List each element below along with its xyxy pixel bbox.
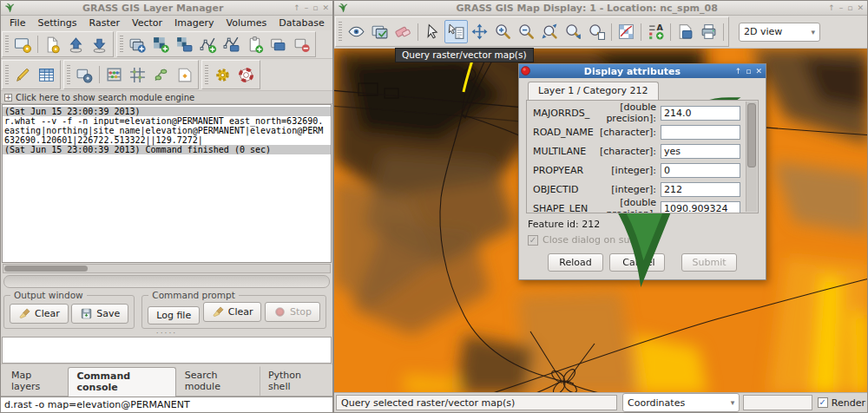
layer-category-tab[interactable]: Layer 1 / Category 212 [528, 82, 659, 101]
statusbar-mode-dropdown[interactable]: Coordinates ▾ [622, 393, 740, 412]
map-display-toolbar: A2D view▾ [334, 16, 867, 49]
field-value-input[interactable] [661, 106, 740, 121]
command-prompt-area[interactable] [2, 337, 332, 364]
add-multiple-layers-button[interactable] [126, 33, 149, 56]
zoom-extent-button[interactable] [538, 20, 562, 43]
save-workspace-button[interactable] [88, 33, 111, 56]
toolbar-grip[interactable] [5, 65, 9, 84]
menu-imagery[interactable]: Imagery [168, 16, 220, 30]
settings-button[interactable] [211, 63, 234, 87]
log-file-button[interactable]: Log file [148, 306, 200, 324]
add-vector-layer-button[interactable] [196, 33, 220, 56]
dialog-vertical-scrollbar[interactable] [746, 102, 757, 212]
query-button[interactable] [444, 20, 468, 43]
help-button[interactable] [234, 63, 258, 87]
field-type-label: [double precision]: [588, 197, 661, 213]
console-line: r.what --v -f -n input=elevation@PERMANE… [3, 116, 331, 126]
zoom-in-button[interactable] [491, 20, 515, 43]
tab-command-console[interactable]: Command console [68, 367, 175, 397]
add-raster-layer-button[interactable] [149, 33, 173, 56]
clear-button[interactable]: Clear [203, 302, 262, 322]
layer-manager-titlebar[interactable]: GRASS GIS Layer Manager ↑–▫✕ [1, 1, 332, 16]
menu-file[interactable]: File [3, 16, 31, 30]
import-data-button[interactable] [73, 63, 96, 87]
toolbar-grip[interactable] [5, 36, 9, 53]
create-new-workspace-button[interactable] [41, 33, 64, 56]
clear-button[interactable]: Clear [10, 304, 69, 324]
menu-database[interactable]: Database [273, 16, 331, 30]
maximize-button[interactable]: ▫ [847, 4, 852, 12]
close-button[interactable]: ✕ [322, 4, 329, 12]
maximize-button[interactable]: ▫ [312, 4, 318, 12]
toolbar-grip[interactable] [67, 65, 70, 84]
graphical-modeler-button[interactable] [126, 63, 149, 87]
show-display-button[interactable] [345, 20, 368, 43]
command-statusbar-input[interactable] [1, 397, 332, 412]
add-vector-misc-button[interactable] [220, 33, 243, 56]
map-canvas[interactable]: Display attributes ↑▫✕ Layer 1 / Categor… [334, 49, 867, 392]
save-button[interactable]: Save [71, 304, 128, 324]
pointer-icon [424, 23, 442, 41]
scrollbar-thumb[interactable] [747, 103, 756, 167]
console-line: (Sat Jun 15 23:00:39 2013) Command finis… [3, 145, 331, 154]
statusbar-value-field[interactable] [743, 395, 812, 410]
minimize-button[interactable]: – [305, 4, 309, 12]
cartographic-composer-button[interactable] [173, 63, 196, 87]
field-value-input[interactable] [661, 201, 740, 214]
add-raster-layer-icon [152, 36, 170, 54]
menu-settings[interactable]: Settings [31, 16, 82, 30]
analyze-icon [617, 23, 635, 41]
open-workspace-button[interactable] [64, 33, 88, 56]
scrollbar-thumb[interactable] [4, 266, 88, 272]
zoom-back-button[interactable] [562, 20, 585, 43]
attribute-table-button[interactable] [35, 63, 58, 87]
add-overlay-button[interactable]: A [644, 20, 667, 43]
edit-vector-button[interactable] [11, 63, 35, 87]
pane-sash-handle[interactable] [1, 331, 332, 337]
menubar: FileSettingsRasterVectorImageryVolumesDa… [1, 16, 332, 30]
tab-map-layers[interactable]: Map layers [3, 366, 68, 396]
toolbar-grip[interactable] [120, 36, 123, 53]
field-name-label: SHAPE_LEN [533, 203, 588, 214]
save-display-to-file-button[interactable] [674, 20, 697, 43]
map-display-titlebar[interactable]: GRASS GIS Map Display: 1 - Location: nc_… [334, 1, 867, 16]
close-button[interactable]: ✕ [857, 4, 864, 12]
search-module-toggle[interactable]: + Click here to show search module engin… [1, 91, 332, 104]
tab-search-module[interactable]: Search module [176, 366, 260, 396]
add-raster-misc-button[interactable] [173, 33, 196, 56]
zoom-out-button[interactable] [515, 20, 538, 43]
add-group-button[interactable] [266, 33, 290, 56]
field-value-input[interactable] [661, 163, 740, 178]
menu-raster[interactable]: Raster [83, 16, 126, 30]
georectifier-button[interactable] [149, 63, 173, 87]
console-horizontal-scrollbar[interactable] [3, 264, 331, 273]
pointer-button[interactable] [421, 20, 444, 43]
field-value-input[interactable] [661, 144, 740, 159]
new-map-display-button[interactable] [11, 33, 35, 56]
view-mode-dropdown[interactable]: 2D view▾ [739, 23, 820, 42]
dialog-titlebar[interactable]: Display attributes ↑▫✕ [519, 64, 766, 78]
minimize-button[interactable]: – [839, 4, 844, 12]
render-checkbox[interactable]: ✓ [818, 397, 828, 408]
erase-display-button[interactable] [391, 20, 415, 43]
field-value-input[interactable] [661, 125, 740, 140]
pan-button[interactable] [468, 20, 491, 43]
toolbar-grip[interactable] [339, 22, 342, 42]
layer-manager-window: GRASS GIS Layer Manager ↑–▫✕ FileSetting… [0, 0, 333, 413]
import-data-icon [76, 66, 94, 84]
stop-button: Stop [265, 302, 320, 322]
analyze-button[interactable] [615, 20, 638, 43]
shade-button[interactable]: ↑ [828, 4, 835, 12]
shade-button[interactable]: ↑ [293, 4, 300, 12]
print-display-button[interactable] [697, 20, 720, 43]
zoom-region-button[interactable] [585, 20, 608, 43]
add-command-layer-button[interactable] [243, 33, 266, 56]
menu-vector[interactable]: Vector [126, 16, 168, 30]
raster-calculator-button[interactable] [102, 63, 126, 87]
menu-volumes[interactable]: Volumes [220, 16, 273, 30]
tab-python-shell[interactable]: Python shell [260, 366, 331, 396]
remove-layer-button[interactable] [290, 33, 313, 56]
field-value-input[interactable] [661, 182, 740, 197]
toolbar-grip[interactable] [205, 65, 208, 84]
render-display-button[interactable] [368, 20, 391, 43]
